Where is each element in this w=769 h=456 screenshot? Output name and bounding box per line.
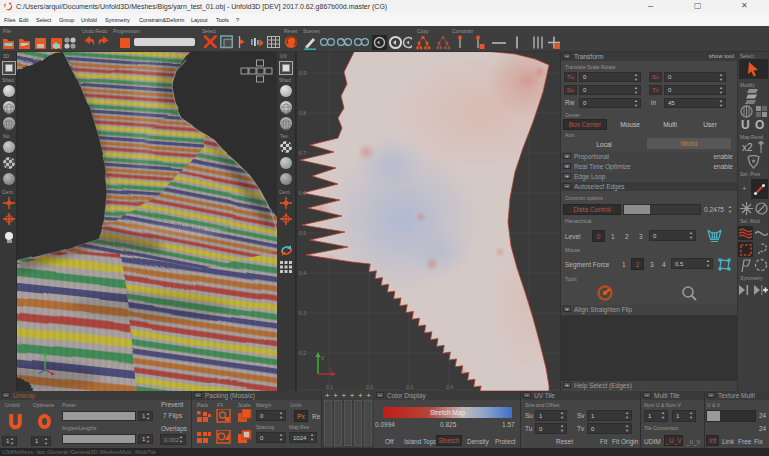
svg-text:0.7: 0.7 bbox=[299, 150, 306, 156]
svg-text:U: U bbox=[328, 366, 332, 372]
svg-text:0.6: 0.6 bbox=[299, 190, 306, 196]
svg-text:0.4: 0.4 bbox=[446, 384, 453, 390]
svg-text:0.3: 0.3 bbox=[406, 384, 413, 390]
svg-text:0.2: 0.2 bbox=[299, 350, 306, 356]
svg-text:0.9: 0.9 bbox=[299, 70, 306, 76]
svg-text:0.3: 0.3 bbox=[299, 310, 306, 316]
svg-text:0.4: 0.4 bbox=[299, 270, 306, 276]
svg-text:0.8: 0.8 bbox=[299, 110, 306, 116]
svg-text:0.1: 0.1 bbox=[326, 384, 333, 390]
svg-text:0.2: 0.2 bbox=[366, 384, 373, 390]
svg-text:0.5: 0.5 bbox=[299, 230, 306, 236]
